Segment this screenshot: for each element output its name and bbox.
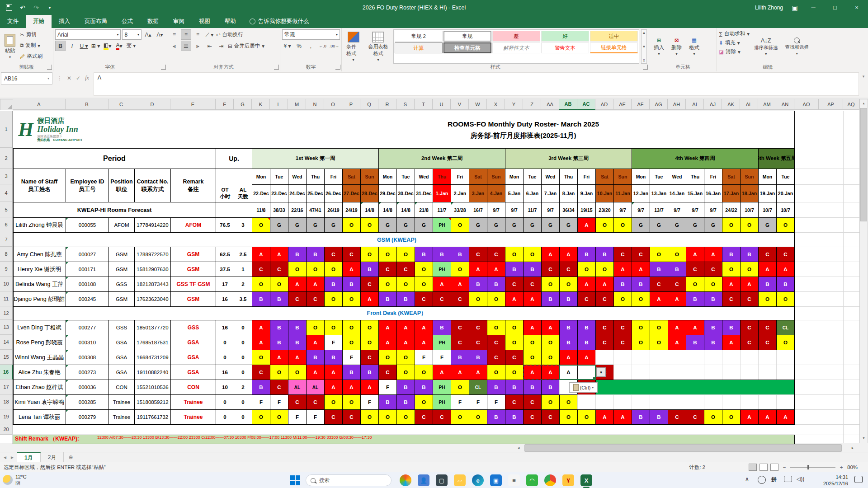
shift-cell[interactable]: B xyxy=(650,409,668,425)
shift-cell[interactable]: A xyxy=(270,247,288,262)
shift-cell[interactable]: C xyxy=(415,409,433,425)
day-cell[interactable]: Sun xyxy=(613,169,632,185)
shift-cell[interactable]: C xyxy=(541,409,560,425)
shift-cell[interactable]: O xyxy=(451,380,469,395)
shift-cell[interactable]: AL xyxy=(306,380,325,395)
column-header-P[interactable]: P xyxy=(342,99,360,110)
shift-cell[interactable]: O xyxy=(505,365,524,380)
contact-cell[interactable]: 17685187531 xyxy=(134,335,171,350)
shift-cell[interactable]: A xyxy=(469,262,487,277)
shift-cell[interactable]: G xyxy=(270,217,288,233)
row-header-8[interactable]: 8 xyxy=(0,247,13,262)
shift-cell[interactable]: A xyxy=(505,291,524,307)
column-header-AN[interactable]: AN xyxy=(776,99,794,110)
date-cell[interactable]: 23-Dec xyxy=(270,184,288,202)
staff-name-cell[interactable]: Lven Ding 丁相斌 xyxy=(13,320,66,335)
device-icon[interactable]: ▢ xyxy=(436,474,448,486)
shift-cell[interactable]: O xyxy=(252,409,270,425)
shift-cell[interactable]: O xyxy=(595,262,614,277)
shift-cell[interactable]: O xyxy=(306,320,325,335)
shift-cell[interactable]: B xyxy=(306,350,325,365)
forecast-cell[interactable]: 9/7 xyxy=(541,202,560,218)
shift-cell[interactable]: A xyxy=(252,247,270,262)
contact-cell[interactable]: 19110882240 xyxy=(134,365,171,380)
shift-cell[interactable]: A xyxy=(396,335,415,350)
employee-id-cell[interactable]: 000285 xyxy=(66,394,109,410)
forecast-cell[interactable]: 22/16 xyxy=(288,202,307,218)
shift-cell[interactable]: O xyxy=(360,320,379,335)
shift-cell[interactable]: C xyxy=(559,262,578,277)
shift-cell-empty[interactable] xyxy=(632,350,650,365)
shift-cell[interactable]: A xyxy=(541,247,560,262)
ot-cell[interactable]: 16 xyxy=(216,320,234,335)
shift-cell[interactable]: A xyxy=(306,335,325,350)
taskbar-search[interactable]: 搜索 xyxy=(306,474,392,486)
shift-cell[interactable]: A xyxy=(270,350,288,365)
date-cell[interactable]: 31-Dec xyxy=(415,184,433,202)
day-cell[interactable]: Mon xyxy=(252,169,270,185)
remark-cell[interactable]: GSS TF GSM xyxy=(170,277,216,292)
merged-green-band[interactable] xyxy=(595,380,795,395)
weather-widget[interactable]: 12°C阴 xyxy=(3,474,27,486)
shift-cell[interactable]: A xyxy=(740,409,759,425)
forecast-cell[interactable]: 19/15 xyxy=(577,202,596,218)
remark-cell[interactable]: GSM xyxy=(170,262,216,277)
shift-cell-empty[interactable] xyxy=(632,394,650,410)
contact-cell[interactable]: 15812907630 xyxy=(134,262,171,277)
shift-cell[interactable]: B xyxy=(270,320,288,335)
shift-cell[interactable]: B xyxy=(541,380,560,395)
shift-cell[interactable]: B xyxy=(433,320,451,335)
week-band-1[interactable]: 1st Week 第一周 xyxy=(252,148,379,169)
day-cell[interactable]: Mon xyxy=(758,169,777,185)
shift-cell[interactable]: A xyxy=(306,365,325,380)
forecast-cell[interactable]: 23/20 xyxy=(595,202,614,218)
date-cell[interactable]: 19-Jan xyxy=(758,184,777,202)
shift-cell[interactable]: G xyxy=(378,217,397,233)
shift-cell[interactable]: C xyxy=(541,262,560,277)
shift-cell[interactable]: C xyxy=(523,277,542,292)
shift-cell[interactable]: C xyxy=(451,291,469,307)
al-cell[interactable]: 1 xyxy=(234,262,252,277)
date-cell[interactable]: 1-Jan xyxy=(433,184,451,202)
shift-cell[interactable]: O xyxy=(632,291,650,307)
shift-cell-empty[interactable] xyxy=(668,350,686,365)
shift-cell[interactable]: F xyxy=(469,394,487,410)
shift-cell[interactable]: C xyxy=(433,291,451,307)
shift-cell[interactable]: O xyxy=(776,335,795,350)
position-cell[interactable]: GSA xyxy=(108,335,135,350)
shift-cell[interactable]: C xyxy=(505,277,524,292)
shift-cell[interactable]: O xyxy=(650,320,668,335)
shift-cell[interactable]: O xyxy=(740,262,759,277)
v-scroll-thumb[interactable] xyxy=(860,108,867,221)
sheet-tab-2月[interactable]: 2月 xyxy=(41,452,64,462)
cell-dropdown-icon[interactable]: ▾ xyxy=(596,367,606,377)
forecast-cell[interactable]: 11/8 xyxy=(252,202,270,218)
shift-cell[interactable]: B xyxy=(342,277,361,292)
shift-cell[interactable]: A xyxy=(252,320,270,335)
shift-cell[interactable]: B xyxy=(541,291,560,307)
ot-cell[interactable]: 76.5 xyxy=(216,217,234,233)
staff-name-cell[interactable]: Lena Tan 谭秋丽 xyxy=(13,409,66,425)
shift-cell[interactable]: A xyxy=(523,320,542,335)
shift-cell[interactable]: B xyxy=(704,335,722,350)
day-cell[interactable]: Mon xyxy=(378,169,397,185)
shift-cell[interactable]: O xyxy=(668,247,686,262)
shift-cell[interactable]: A xyxy=(396,320,415,335)
shift-cell[interactable]: O xyxy=(722,217,741,233)
shift-cell[interactable]: O xyxy=(342,320,361,335)
shift-cell[interactable]: O xyxy=(360,335,379,350)
day-cell[interactable]: Tue xyxy=(776,169,795,185)
shift-cell[interactable]: B xyxy=(415,380,433,395)
column-header-O[interactable]: O xyxy=(324,99,342,110)
scroll-left-icon[interactable]: ◂ xyxy=(515,444,522,451)
shift-cell[interactable]: C xyxy=(288,291,307,307)
day-cell[interactable]: Tue xyxy=(396,169,415,185)
contact-cell[interactable]: 15180859212 xyxy=(134,394,171,410)
shift-cell[interactable]: O xyxy=(613,217,632,233)
shift-cell[interactable]: A xyxy=(668,335,686,350)
shift-cell[interactable]: B xyxy=(668,262,686,277)
column-header-D[interactable]: D xyxy=(134,99,170,110)
paste-options-button[interactable]: (Ctrl)▾ xyxy=(569,382,598,393)
shift-cell[interactable]: B xyxy=(776,277,795,292)
shift-cell[interactable]: B xyxy=(378,291,397,307)
